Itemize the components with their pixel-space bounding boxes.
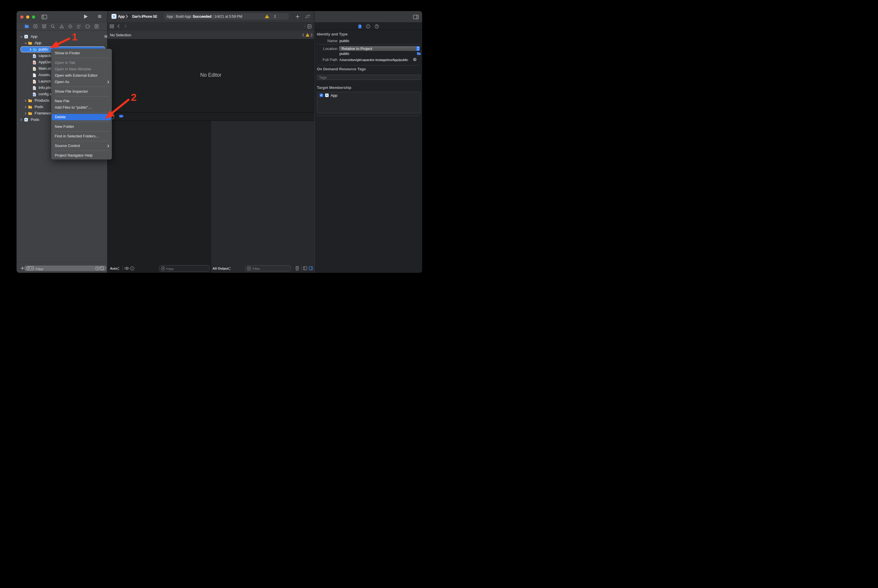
svg-text:1: 1 bbox=[72, 31, 77, 42]
svg-text:2: 2 bbox=[131, 92, 137, 103]
